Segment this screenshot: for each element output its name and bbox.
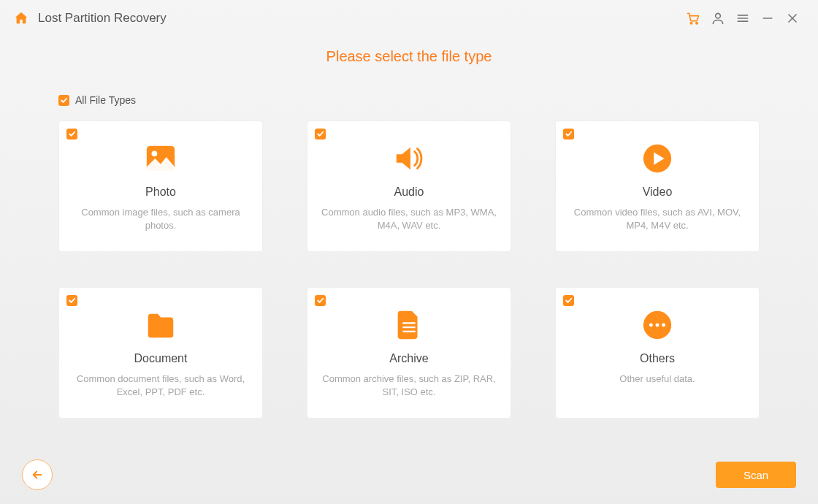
card-desc: Common document files, such as Word, Exc… (72, 373, 249, 398)
back-button[interactable] (22, 459, 53, 490)
menu-icon[interactable] (730, 6, 755, 31)
user-icon[interactable] (706, 6, 730, 31)
card-archive[interactable]: Archive Common archive files, such as ZI… (307, 287, 511, 419)
card-title: Others (640, 352, 675, 365)
all-file-types-label: All File Types (75, 94, 136, 106)
cards-grid: Photo Common image files, such as camera… (0, 115, 818, 419)
scan-button[interactable]: Scan (716, 462, 796, 488)
minimize-icon[interactable] (755, 6, 780, 31)
svg-point-10 (152, 150, 158, 156)
card-desc: Common image files, such as camera photo… (72, 206, 249, 232)
photo-icon (144, 142, 177, 175)
card-video[interactable]: Video Common video files, such as AVI, M… (555, 121, 760, 252)
svg-point-19 (662, 324, 665, 327)
card-photo[interactable]: Photo Common image files, such as camera… (58, 121, 263, 252)
svg-point-17 (649, 324, 653, 327)
close-icon[interactable] (780, 6, 805, 31)
card-title: Document (134, 352, 188, 365)
others-icon (641, 308, 674, 342)
audio-icon (392, 142, 426, 175)
card-others[interactable]: Others Other useful data. (555, 287, 760, 419)
svg-point-18 (656, 324, 660, 327)
checkbox-archive[interactable] (315, 295, 326, 306)
checkbox-all[interactable] (58, 95, 69, 106)
card-title: Photo (145, 186, 176, 199)
bottombar: Scan (0, 446, 818, 504)
checkbox-audio[interactable] (315, 129, 326, 140)
card-title: Video (643, 186, 673, 199)
card-title: Archive (389, 352, 428, 365)
page-title: Please select the file type (0, 48, 818, 65)
card-desc: Other useful data. (619, 373, 695, 386)
checkbox-others[interactable] (563, 295, 574, 306)
card-document[interactable]: Document Common document files, such as … (58, 287, 263, 419)
card-desc: Common audio files, such as MP3, WMA, M4… (321, 206, 497, 232)
cart-icon[interactable] (681, 6, 706, 31)
svg-point-1 (696, 23, 697, 24)
titlebar: Lost Partition Recovery (0, 0, 818, 37)
checkbox-document[interactable] (66, 295, 77, 306)
checkbox-video[interactable] (563, 129, 574, 140)
svg-rect-15 (402, 331, 415, 332)
svg-point-0 (690, 23, 692, 24)
home-icon[interactable] (13, 10, 29, 26)
document-icon (144, 308, 177, 342)
checkbox-photo[interactable] (66, 129, 77, 140)
svg-point-2 (716, 13, 721, 18)
archive-icon (392, 308, 426, 342)
card-desc: Common archive files, such as ZIP, RAR, … (321, 373, 497, 398)
all-file-types-row[interactable]: All File Types (58, 94, 818, 106)
card-audio[interactable]: Audio Common audio files, such as MP3, W… (307, 121, 511, 252)
video-icon (641, 142, 674, 175)
app-title: Lost Partition Recovery (38, 11, 167, 26)
svg-rect-14 (402, 327, 415, 328)
card-title: Audio (394, 186, 424, 199)
svg-rect-13 (402, 322, 415, 324)
card-desc: Common video files, such as AVI, MOV, MP… (569, 206, 746, 232)
